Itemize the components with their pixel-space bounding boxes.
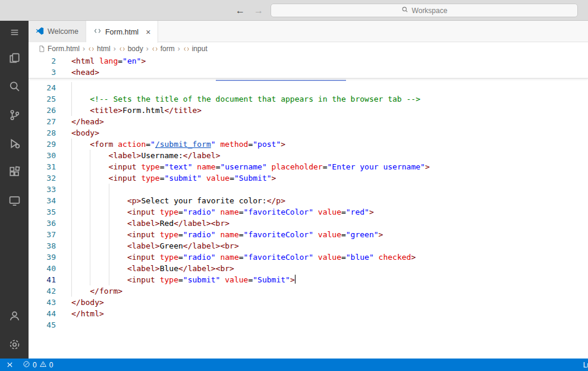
breadcrumb: Form.html › html › body › for xyxy=(29,42,588,55)
code-token: = xyxy=(118,56,122,65)
breadcrumb-html[interactable]: html xyxy=(88,45,111,53)
run-and-debug-icon[interactable] xyxy=(0,129,29,158)
indent-guide xyxy=(109,206,127,218)
line-number: 34 xyxy=(29,195,56,206)
breadcrumb-input[interactable]: input xyxy=(183,45,207,53)
line-number: 45 xyxy=(29,319,56,331)
extensions-icon[interactable] xyxy=(0,158,29,186)
accounts-icon[interactable] xyxy=(0,301,29,330)
code-line[interactable]: 31<input type="text" name="username" pla… xyxy=(29,161,588,172)
breadcrumb-label: input xyxy=(192,45,207,53)
code-text: </body> xyxy=(71,297,104,308)
remote-window-icon[interactable] xyxy=(0,359,19,371)
code-text: <!-- Sets the title of the document that… xyxy=(71,93,420,105)
code-line[interactable]: 38<label>Green</label><br> xyxy=(29,240,588,251)
code-line[interactable]: 26<title>Form.html</title> xyxy=(29,105,588,116)
explorer-icon[interactable] xyxy=(0,43,29,72)
code-token xyxy=(313,207,318,216)
indent-guide xyxy=(71,218,90,229)
code-line[interactable]: 33 xyxy=(29,184,588,195)
code-token: <body> xyxy=(71,128,99,137)
warning-icon xyxy=(39,360,47,370)
code-line[interactable]: 37<input type="radio" name="favoriteColo… xyxy=(29,229,588,240)
settings-gear-icon[interactable] xyxy=(0,330,29,359)
code-text: <label>Username:</label> xyxy=(71,150,220,161)
sticky-scroll[interactable]: 2<html lang="en">3<head> xyxy=(29,55,588,78)
code-token: "username" xyxy=(220,162,266,171)
code-line[interactable]: 36<label>Red</label><br> xyxy=(29,218,588,229)
problems-indicator[interactable]: 0 0 xyxy=(23,360,53,370)
code-token: = xyxy=(178,275,183,284)
code-line[interactable]: 29<form action="/submit_form" method="po… xyxy=(29,139,588,150)
forward-arrow-icon: → xyxy=(254,5,263,16)
indent-guide xyxy=(71,251,90,263)
indent-guide xyxy=(71,172,90,184)
tab-form-html[interactable]: Form.html × xyxy=(86,21,158,43)
code-line[interactable]: 3<head> xyxy=(29,67,588,78)
code-token: "red" xyxy=(346,207,369,216)
code-token: /submit_form xyxy=(155,140,211,149)
code-token: = xyxy=(239,207,244,216)
code-line[interactable]: 2<html lang="en"> xyxy=(29,55,588,67)
code-token: <!-- Sets the title of the document that… xyxy=(90,95,420,103)
breadcrumb-body[interactable]: body xyxy=(119,45,143,53)
code-line[interactable]: 25<!-- Sets the title of the document th… xyxy=(29,93,588,105)
code-line[interactable]: 39<input type="radio" name="favoriteColo… xyxy=(29,251,588,263)
code-line[interactable]: 42</form> xyxy=(29,285,588,297)
tab-welcome[interactable]: Welcome xyxy=(29,21,86,42)
code-line[interactable]: 43</body> xyxy=(29,297,588,308)
code-line[interactable]: 44</html> xyxy=(29,308,588,319)
code-line[interactable]: 30<label>Username:</label> xyxy=(29,150,588,161)
line-number: 28 xyxy=(29,127,56,139)
code-text: <input type="radio" name="favoriteColor"… xyxy=(71,251,416,263)
code-text: <label>Red</label><br> xyxy=(71,218,229,229)
code-token: placeholder xyxy=(272,162,323,171)
code-line[interactable]: 41<input type="submit" value="Submit"> xyxy=(29,274,588,285)
code-token: > xyxy=(272,174,276,183)
code-line[interactable]: 32<input type="submit" value="Submit"> xyxy=(29,172,588,184)
code-text: <input type="text" name="username" place… xyxy=(71,161,430,172)
code-token: = xyxy=(178,207,183,216)
code-token: = xyxy=(160,174,165,183)
indent-guide xyxy=(71,161,90,172)
code-line[interactable]: 27</head> xyxy=(29,116,588,127)
code-line[interactable]: 28<body> xyxy=(29,127,588,139)
indent-guide xyxy=(90,218,108,229)
code-token: = xyxy=(178,253,183,262)
indent-guide xyxy=(71,184,90,195)
code-token: "en" xyxy=(122,56,141,65)
menu-icon[interactable] xyxy=(0,21,29,43)
breadcrumb-file[interactable]: Form.html xyxy=(38,45,80,53)
code-token: action xyxy=(118,140,146,149)
code-token: </title> xyxy=(165,106,202,115)
line-number: 42 xyxy=(29,285,56,297)
code-line[interactable]: 40<label>Blue</label><br> xyxy=(29,263,588,274)
breadcrumb-form[interactable]: form xyxy=(152,45,175,53)
chevron-right-icon: › xyxy=(178,45,180,53)
indent-guide xyxy=(71,274,90,285)
indent-guide xyxy=(71,206,90,218)
title-bar: ← → Workspace xyxy=(0,0,588,21)
code-token: </form> xyxy=(90,287,122,295)
code-line[interactable]: 24 xyxy=(29,82,588,93)
code-editor[interactable]: 2<html lang="en">3<head> 2425<!-- Sets t… xyxy=(29,55,588,359)
code-token: type xyxy=(160,230,178,239)
cursor-position-indicator[interactable]: Ln xyxy=(583,361,588,369)
remote-explorer-icon[interactable] xyxy=(0,186,29,215)
code-line[interactable]: 45 xyxy=(29,319,588,331)
line-number: 29 xyxy=(29,139,56,150)
code-line[interactable]: 34<p>Select your favorite color:</p> xyxy=(29,195,588,206)
source-control-icon[interactable] xyxy=(0,100,29,129)
close-tab-icon[interactable]: × xyxy=(146,28,150,36)
code-token: <input xyxy=(127,253,155,262)
back-arrow-icon[interactable]: ← xyxy=(235,5,245,16)
workspace-search-box[interactable]: Workspace xyxy=(271,4,578,17)
code-token: <input xyxy=(127,230,155,239)
line-number: 38 xyxy=(29,240,56,251)
code-token: Form.html xyxy=(122,106,164,115)
code-token: " xyxy=(150,140,155,149)
search-sidebar-icon[interactable] xyxy=(0,72,29,100)
code-token: <label> xyxy=(127,241,160,250)
code-line[interactable]: 35<input type="radio" name="favoriteColo… xyxy=(29,206,588,218)
indent-guide xyxy=(90,229,108,240)
